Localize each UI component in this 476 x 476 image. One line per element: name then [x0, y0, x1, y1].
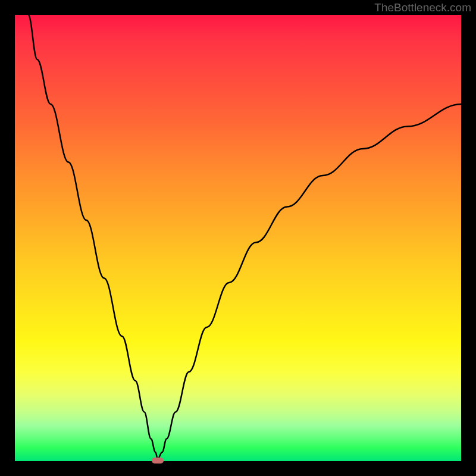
bottleneck-curve: [15, 15, 461, 461]
watermark-text: TheBottleneck.com: [374, 1, 471, 14]
chart-container: [15, 15, 461, 461]
minimum-marker: [152, 458, 164, 464]
